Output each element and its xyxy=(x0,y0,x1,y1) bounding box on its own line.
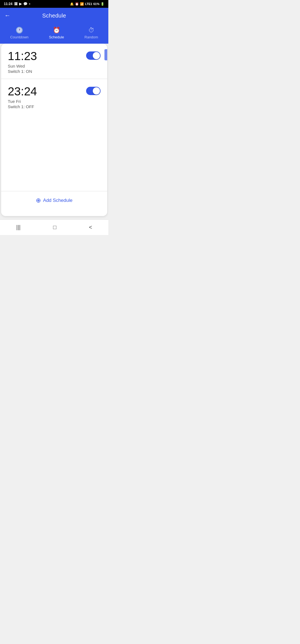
schedule-days-2: Tue Fri xyxy=(8,99,101,104)
back-button[interactable]: ← xyxy=(4,12,11,19)
tab-countdown[interactable]: 🕐 Countdown xyxy=(6,26,33,40)
page-title: Schedule xyxy=(42,13,66,19)
schedule-days-1: Sun Wed xyxy=(8,64,101,68)
toggle-container-2 xyxy=(86,87,101,95)
tab-schedule[interactable]: ⏰ Schedule xyxy=(44,26,68,40)
tab-countdown-label: Countdown xyxy=(10,35,29,39)
schedule-switch-label-1: Switch 1: ON xyxy=(8,69,101,74)
battery-icon: 🔋 xyxy=(101,2,104,6)
toggle-container-1 xyxy=(86,51,101,60)
alarm-icon: ⏰ xyxy=(75,2,79,6)
add-schedule-button[interactable]: ⊕ Add Schedule xyxy=(1,191,107,210)
tabs-container: 🕐 Countdown ⏰ Schedule ⏱ Random xyxy=(0,23,108,44)
schedule-icon: ⏰ xyxy=(53,27,60,34)
status-left: 11:24 🖼 ▶ 💬 • xyxy=(4,2,30,6)
home-button[interactable]: □ xyxy=(48,223,62,232)
wifi-icon: 📶 xyxy=(80,2,84,6)
toggle-1[interactable] xyxy=(86,51,101,60)
tab-schedule-label: Schedule xyxy=(49,35,64,39)
add-circle-icon: ⊕ xyxy=(36,197,41,204)
recent-apps-button[interactable]: ||| xyxy=(11,223,26,232)
toggle-2[interactable] xyxy=(86,87,101,95)
schedule-switch-label-2: Switch 1: OFF xyxy=(8,104,101,109)
photo-icon: 🖼 xyxy=(14,2,18,6)
nav-bar: ||| □ < xyxy=(0,219,108,235)
tab-random[interactable]: ⏱ Random xyxy=(80,26,102,40)
status-time: 11:24 xyxy=(4,2,12,6)
tab-random-label: Random xyxy=(84,35,98,39)
signal-label: LTE1 xyxy=(85,2,92,6)
schedule-item-1: 11:23 Sun Wed Switch 1: ON xyxy=(1,44,107,79)
add-schedule-label: Add Schedule xyxy=(43,198,72,203)
battery-label: 61% xyxy=(93,2,99,6)
content-card: 11:23 Sun Wed Switch 1: ON 23:24 Tue Fri… xyxy=(1,44,107,216)
random-icon: ⏱ xyxy=(88,27,94,34)
whatsapp-icon: 💬 xyxy=(23,2,28,6)
status-right: 🔔 ⏰ 📶 LTE1 61% 🔋 xyxy=(70,2,104,6)
schedule-item-2: 23:24 Tue Fri Switch 1: OFF xyxy=(1,79,107,114)
schedule-list: 11:23 Sun Wed Switch 1: ON 23:24 Tue Fri… xyxy=(1,44,107,188)
youtube-icon: ▶ xyxy=(19,2,22,6)
status-bar: 11:24 🖼 ▶ 💬 • 🔔 ⏰ 📶 LTE1 61% 🔋 xyxy=(0,0,108,8)
notification-icon: 🔔 xyxy=(70,2,74,6)
back-nav-button[interactable]: < xyxy=(83,223,98,232)
countdown-icon: 🕐 xyxy=(16,27,23,34)
dot-icon: • xyxy=(29,2,30,6)
header: ← Schedule xyxy=(0,8,108,23)
